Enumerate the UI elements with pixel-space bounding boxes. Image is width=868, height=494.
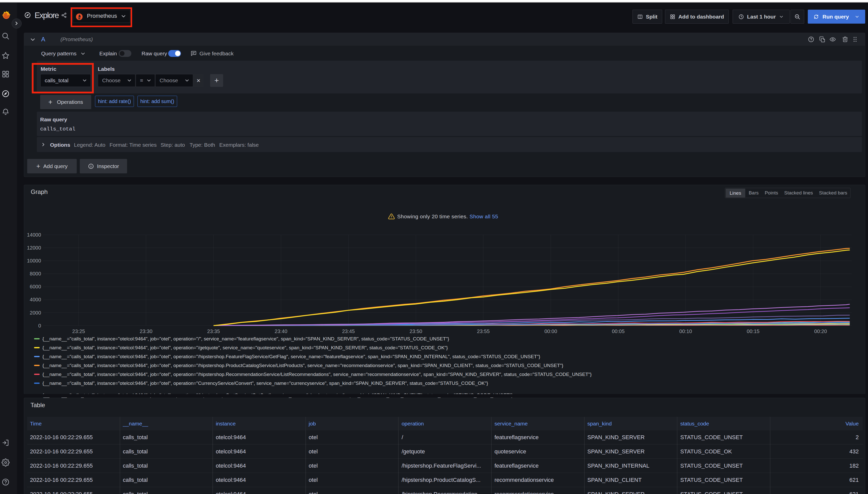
svg-text:8000: 8000 xyxy=(30,271,41,277)
svg-text:23:50: 23:50 xyxy=(410,328,422,334)
svg-text:00:00: 00:00 xyxy=(544,328,557,334)
svg-text:0: 0 xyxy=(38,323,41,328)
svg-text:14000: 14000 xyxy=(27,232,41,238)
svg-text:23:35: 23:35 xyxy=(207,328,220,334)
svg-text:10000: 10000 xyxy=(27,258,41,264)
svg-text:00:15: 00:15 xyxy=(747,328,759,334)
svg-text:00:10: 00:10 xyxy=(679,328,692,334)
svg-text:00:20: 00:20 xyxy=(814,328,827,334)
svg-text:4000: 4000 xyxy=(30,297,41,302)
svg-text:23:30: 23:30 xyxy=(140,328,152,334)
svg-text:6000: 6000 xyxy=(30,284,41,289)
svg-text:23:55: 23:55 xyxy=(477,328,490,334)
svg-text:23:40: 23:40 xyxy=(275,328,287,334)
svg-text:12000: 12000 xyxy=(27,245,41,250)
svg-text:00:05: 00:05 xyxy=(612,328,625,334)
svg-text:23:45: 23:45 xyxy=(342,328,355,334)
svg-text:2000: 2000 xyxy=(30,310,41,316)
svg-text:23:25: 23:25 xyxy=(72,328,85,334)
